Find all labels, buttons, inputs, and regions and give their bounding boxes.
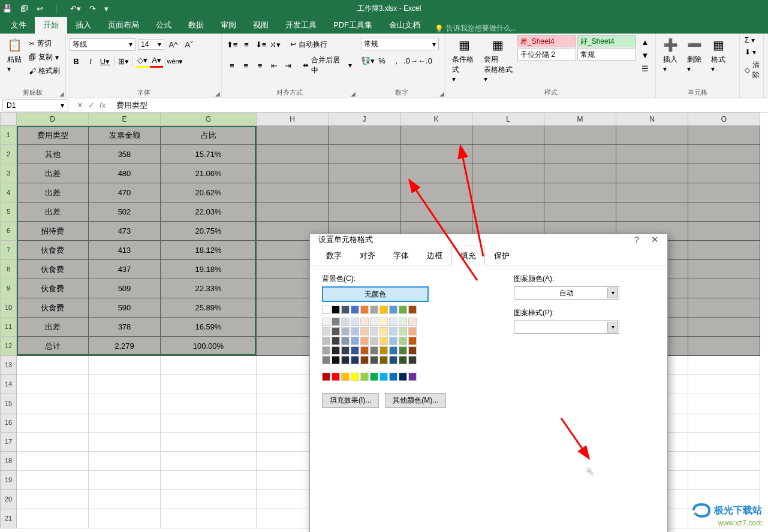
tab-review[interactable]: 审阅 [212, 17, 245, 34]
tab-view[interactable]: 视图 [245, 17, 277, 34]
dialog-tab-数字[interactable]: 数字 [317, 246, 351, 265]
name-box[interactable]: D1▾ [2, 99, 68, 111]
color-swatch[interactable] [351, 318, 359, 326]
col-header-J[interactable]: J [329, 113, 400, 126]
cell[interactable]: 总计 [17, 337, 89, 356]
cell[interactable]: 费用类型 [17, 126, 89, 145]
color-swatch[interactable] [380, 318, 388, 326]
row-header-21[interactable]: 21 [0, 509, 17, 528]
tab-wps[interactable]: 金山文档 [381, 17, 429, 34]
cell[interactable] [257, 183, 329, 202]
cell[interactable] [161, 394, 257, 413]
cell[interactable] [17, 490, 89, 509]
color-swatch[interactable] [332, 356, 340, 364]
cell[interactable]: 出差 [17, 183, 89, 202]
row-header-6[interactable]: 6 [0, 222, 17, 241]
cell[interactable] [544, 145, 616, 164]
color-swatch[interactable] [399, 327, 407, 335]
cell[interactable]: 出差 [17, 202, 89, 222]
color-swatch[interactable] [341, 356, 350, 364]
enter-formula-icon[interactable]: ✓ [88, 101, 95, 110]
cell[interactable] [400, 183, 472, 202]
cell[interactable] [17, 394, 89, 413]
color-swatch[interactable] [322, 346, 330, 355]
color-swatch[interactable] [351, 346, 359, 355]
style-normal[interactable]: 常规 [577, 49, 636, 61]
color-swatch[interactable] [389, 306, 397, 314]
dialog-tab-保护[interactable]: 保护 [485, 246, 519, 265]
cell[interactable]: 其他 [17, 145, 89, 164]
color-swatch[interactable] [380, 337, 388, 345]
indent-dec-icon[interactable]: ⇤ [267, 59, 280, 72]
cell[interactable]: 22.33% [161, 279, 257, 298]
select-all-corner[interactable] [0, 113, 17, 126]
color-swatch[interactable] [351, 337, 359, 345]
cell[interactable]: 伙食费 [17, 298, 89, 318]
row-header-2[interactable]: 2 [0, 145, 17, 164]
cell[interactable] [472, 145, 544, 164]
cell[interactable]: 100.00% [161, 337, 257, 356]
number-launcher-icon[interactable]: ◢ [439, 90, 444, 97]
align-middle-icon[interactable]: ≡ [240, 38, 253, 51]
color-swatch[interactable] [322, 373, 330, 381]
color-swatch[interactable] [351, 306, 359, 314]
cell[interactable]: 590 [89, 298, 161, 318]
cell[interactable] [400, 145, 472, 164]
color-swatch[interactable] [399, 306, 407, 314]
cell[interactable]: 25.89% [161, 298, 257, 318]
color-swatch[interactable] [332, 337, 340, 345]
color-swatch[interactable] [360, 373, 369, 381]
tab-formulas[interactable]: 公式 [147, 17, 180, 34]
row-header-15[interactable]: 15 [0, 394, 17, 413]
align-right-icon[interactable]: ≡ [254, 59, 266, 72]
number-format-select[interactable]: 常规▾ [361, 38, 439, 50]
underline-button[interactable]: U▾ [98, 55, 112, 68]
cell[interactable] [161, 471, 257, 490]
color-swatch[interactable] [389, 356, 397, 364]
font-name-select[interactable]: 等线 ▾ [70, 38, 135, 51]
cell[interactable] [688, 394, 760, 413]
cell[interactable] [688, 375, 760, 394]
wrap-text-button[interactable]: ↩ 自动换行 [289, 39, 329, 50]
redo-icon[interactable]: ↷ [89, 4, 96, 13]
cell[interactable] [161, 356, 257, 375]
cell[interactable] [616, 183, 688, 202]
color-swatch[interactable] [399, 346, 407, 355]
cond-format-button[interactable]: ▦条件格式▾ [450, 35, 479, 84]
cell[interactable] [616, 202, 688, 222]
cell[interactable] [329, 164, 400, 183]
save-icon[interactable]: 💾 [2, 4, 12, 13]
customize-icon[interactable]: ▾ [104, 4, 109, 13]
col-header-H[interactable]: H [257, 113, 329, 126]
cell[interactable]: 伙食费 [17, 279, 89, 298]
row-header-16[interactable]: 16 [0, 413, 17, 433]
tell-me[interactable]: 💡 告诉我您想要做什么... [435, 23, 517, 34]
cell[interactable] [616, 145, 688, 164]
color-swatch[interactable] [408, 318, 417, 326]
row-header-17[interactable]: 17 [0, 433, 17, 452]
cell[interactable]: 413 [89, 241, 161, 260]
color-swatch[interactable] [332, 306, 340, 314]
paste-button[interactable]: 📋 粘贴▾ [4, 35, 25, 74]
cell[interactable] [89, 452, 161, 471]
merge-center-button[interactable]: ⬌ 合并后居中 ▾ [302, 55, 353, 76]
cell[interactable]: 502 [89, 202, 161, 222]
color-swatch[interactable] [389, 346, 397, 355]
color-swatch[interactable] [380, 306, 388, 314]
cell[interactable] [688, 260, 760, 279]
cell[interactable] [17, 356, 89, 375]
cell[interactable] [688, 279, 760, 298]
color-swatch[interactable] [380, 373, 388, 381]
color-swatch[interactable] [399, 337, 407, 345]
cell[interactable]: 16.59% [161, 318, 257, 337]
color-swatch[interactable] [332, 373, 340, 381]
color-swatch[interactable] [370, 373, 378, 381]
phonetic-button[interactable]: wén▾ [168, 55, 182, 68]
color-swatch[interactable] [360, 327, 369, 335]
quick-print-icon[interactable]: 🗐 [20, 4, 28, 13]
more-colors-button[interactable]: 其他颜色(M)... [385, 393, 446, 408]
cell[interactable]: 伙食费 [17, 241, 89, 260]
tab-dev[interactable]: 开发工具 [277, 17, 325, 34]
cell[interactable] [616, 126, 688, 145]
orientation-icon[interactable]: ⤭▾ [269, 38, 282, 51]
